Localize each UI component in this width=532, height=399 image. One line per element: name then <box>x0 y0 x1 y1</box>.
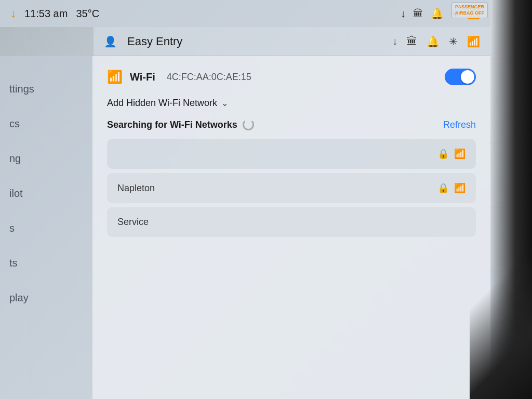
sidebar-item-s[interactable]: s <box>0 211 92 246</box>
status-left: ↓ 11:53 am 35°C <box>10 7 401 20</box>
sidebar-item-ts[interactable]: ts <box>0 246 92 281</box>
searching-label: Searching for Wi-Fi Networks <box>107 119 237 130</box>
direction-icon: ↓ <box>10 7 16 20</box>
sub-header: 👤 Easy Entry ↓ 🏛 🔔 ✳ 📶 <box>94 27 490 56</box>
wifi-label: Wi-Fi <box>130 71 155 83</box>
chevron-down-icon: ⌄ <box>221 98 228 108</box>
temperature: 35°C <box>76 8 99 20</box>
sidebar-item-cs[interactable]: cs <box>0 107 92 141</box>
network-item[interactable]: Service <box>107 207 476 237</box>
loading-spinner <box>243 119 254 130</box>
network-item[interactable]: 🔒 📶 <box>107 139 476 169</box>
add-hidden-label: Add Hidden Wi-Fi Network <box>107 98 217 109</box>
searching-left: Searching for Wi-Fi Networks <box>107 119 254 130</box>
car-interior-bottom-right <box>470 243 532 399</box>
signal-header-icon[interactable]: 📶 <box>467 35 480 48</box>
network-icons: 🔒 📶 <box>437 182 466 194</box>
sidebar-item-display[interactable]: play <box>0 281 92 315</box>
sidebar-item-autopilot[interactable]: ilot <box>0 176 92 211</box>
header-icons: ↓ 🏛 🔔 ✳ 📶 <box>392 35 480 48</box>
sidebar: ttings cs ng ilot s ts play <box>0 56 92 399</box>
wifi-header-row: 📶 Wi-Fi 4C:FC:AA:0C:AE:15 <box>107 69 476 85</box>
building-header-icon[interactable]: 🏛 <box>407 35 417 47</box>
sidebar-item-settings[interactable]: ttings <box>0 72 92 107</box>
main-panel: 📶 Wi-Fi 4C:FC:AA:0C:AE:15 Add Hidden Wi-… <box>92 56 490 399</box>
airbag-badge: PASSENGER AIRBAG OFF <box>451 2 488 18</box>
refresh-button[interactable]: Refresh <box>443 119 476 130</box>
wifi-left: 📶 Wi-Fi 4C:FC:AA:0C:AE:15 <box>107 70 251 84</box>
wifi-icon: 📶 <box>107 70 123 84</box>
network-list: 🔒 📶 Napleton 🔒 📶 Service <box>107 139 476 241</box>
status-bar: ↓ 11:53 am 35°C ↓ 🏛 🔔 ✳ 📶 <box>0 0 490 27</box>
bell-header-icon[interactable]: 🔔 <box>427 35 440 48</box>
sidebar-item-ng[interactable]: ng <box>0 141 92 176</box>
network-name: Service <box>117 217 149 228</box>
network-icons: 🔒 📶 <box>437 148 466 159</box>
page-title: Easy Entry <box>127 35 382 48</box>
toggle-knob <box>461 70 474 84</box>
building-status-icon: 🏛 <box>413 8 423 20</box>
network-name: Napleton <box>117 183 155 194</box>
download-header-icon[interactable]: ↓ <box>392 35 397 47</box>
wifi-signal-icon: 📶 <box>454 182 466 194</box>
add-hidden-network-row[interactable]: Add Hidden Wi-Fi Network ⌄ <box>107 96 476 111</box>
bluetooth-header-icon[interactable]: ✳ <box>449 35 458 48</box>
bell-status-icon: 🔔 <box>431 7 444 20</box>
lock-icon: 🔒 <box>437 182 449 194</box>
searching-row: Searching for Wi-Fi Networks Refresh <box>107 119 476 130</box>
wifi-signal-icon: 📶 <box>454 148 466 159</box>
lock-icon: 🔒 <box>437 148 449 159</box>
profile-icon: 👤 <box>104 35 117 48</box>
network-item[interactable]: Napleton 🔒 📶 <box>107 173 476 203</box>
clock: 11:53 am <box>24 8 68 20</box>
download-status-icon: ↓ <box>401 8 406 20</box>
wifi-toggle[interactable] <box>445 69 476 85</box>
wifi-mac-address: 4C:FC:AA:0C:AE:15 <box>167 72 251 83</box>
